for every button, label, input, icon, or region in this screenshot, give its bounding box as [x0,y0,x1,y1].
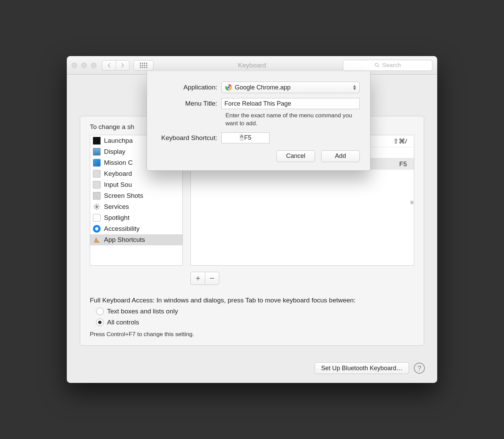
svg-point-2 [95,205,98,208]
sidebar-item-label: Services [104,203,129,211]
sidebar-item-spotlight[interactable]: Spotlight [90,212,182,223]
sidebar-item-label: Keyboard [104,170,132,178]
sidebar-item-label: Mission C [104,159,133,167]
radio-icon [96,319,104,326]
search-placeholder: Search [382,62,401,69]
help-button[interactable]: ? [414,363,425,374]
add-shortcut-dialog: Application: Google Chrome.app ▲▼ [147,71,370,171]
accessibility-icon [93,225,101,233]
svg-line-10 [98,205,99,206]
minus-icon [209,276,215,281]
footer: Set Up Bluetooth Keyboard… ? [67,356,437,383]
back-button[interactable] [102,60,116,71]
sidebar-item-label: Display [104,148,125,156]
sidebar-item-label: Accessibility [104,225,139,233]
sidebar-item-label: Launchpa [104,137,133,144]
menu-title-help: Enter the exact name of the menu command… [225,112,360,128]
add-remove-buttons [190,272,219,285]
keyboard-icon [93,170,101,178]
screen-shots-icon [93,192,101,200]
forward-button[interactable] [116,60,129,71]
shortcut-value: ^F5 [240,134,251,141]
launchpad-icon [93,137,101,144]
svg-line-8 [98,208,99,209]
sidebar-item-label: Spotlight [104,214,129,222]
svg-point-0 [375,63,378,66]
svg-line-1 [378,66,379,67]
setup-bluetooth-button[interactable]: Set Up Bluetooth Keyboard… [315,362,409,374]
application-value: Google Chrome.app [235,84,291,91]
sidebar-item-label: App Shortcuts [104,236,145,244]
help-icon: ? [417,364,421,372]
zoom-window-button[interactable] [91,63,96,68]
svg-line-9 [95,208,96,209]
plus-icon [195,276,201,281]
add-button[interactable]: Add [321,150,360,162]
radio-text-boxes-only[interactable]: Text boxes and lists only [96,308,414,315]
radio-label: All controls [107,319,139,326]
radio-all-controls[interactable]: All controls [96,319,414,326]
application-label: Application: [157,84,221,91]
app-shortcuts-icon [93,236,101,244]
access-heading: Full Keyboard Access: In windows and dia… [90,297,356,304]
add-shortcut-button[interactable] [190,272,205,285]
grid-icon [140,63,147,68]
sidebar-item-accessibility[interactable]: Accessibility [90,223,182,234]
application-select[interactable]: Google Chrome.app ▲▼ [221,82,360,93]
sidebar-item-services[interactable]: Services [90,201,182,212]
preferences-window: Keyboard Search To change a sh eys. Laun… [67,56,437,383]
sidebar-item-label: Screen Shots [104,192,143,200]
shortcut-input[interactable]: ^F5 [221,132,270,143]
sidebar-item-label: Input Sou [104,181,132,189]
remove-shortcut-button[interactable] [205,272,219,285]
shortcut-value: F5 [399,160,407,168]
menu-title-input[interactable] [221,98,360,109]
sidebar-item-app-shortcuts[interactable]: App Shortcuts [90,234,182,245]
search-field[interactable]: Search [343,60,432,71]
traffic-lights [72,63,96,68]
svg-line-7 [95,205,96,206]
shortcut-value: ⇧⌘/ [393,137,407,145]
input-sources-icon [93,181,101,189]
nav-buttons [102,60,129,71]
search-icon [375,63,380,68]
radio-icon [96,308,104,315]
mission-control-icon [93,159,101,167]
sidebar-item-input-sources[interactable]: Input Sou [90,179,182,190]
radio-label: Text boxes and lists only [107,308,178,315]
sidebar-item-screen-shots[interactable]: Screen Shots [90,190,182,201]
keyboard-access-section: Full Keyboard Access: In windows and dia… [90,297,414,338]
minimize-window-button[interactable] [81,63,87,68]
cancel-button[interactable]: Cancel [276,150,315,162]
close-window-button[interactable] [72,63,77,68]
display-icon [93,148,101,156]
scrollbar-thumb[interactable] [410,201,413,204]
show-all-button[interactable] [134,60,154,71]
chevron-updown-icon: ▲▼ [353,85,357,90]
access-hint: Press Control+F7 to change this setting. [90,331,414,338]
spotlight-icon [93,214,101,222]
services-icon [93,203,101,211]
shortcut-label: Keyboard Shortcut: [157,134,221,142]
chrome-icon [225,84,232,91]
menu-title-label: Menu Title: [157,100,221,107]
